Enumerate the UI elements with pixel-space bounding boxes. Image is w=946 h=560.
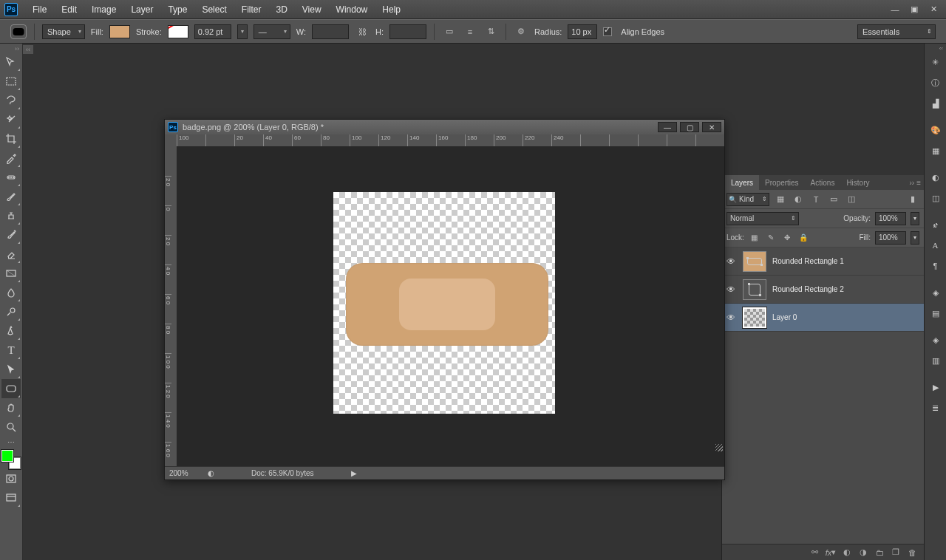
- clone-stamp-tool[interactable]: [1, 206, 21, 225]
- 3d-icon[interactable]: ◈: [927, 284, 945, 301]
- link-layers-icon[interactable]: ⚯: [809, 547, 820, 559]
- styles-icon[interactable]: ◫: [927, 189, 945, 207]
- layers-icon[interactable]: ◈: [927, 331, 945, 349]
- filter-kind-dropdown[interactable]: Kind: [726, 193, 769, 206]
- foreground-color-swatch[interactable]: [1, 450, 13, 462]
- window-minimize-icon[interactable]: —: [887, 4, 903, 15]
- filter-smart-icon[interactable]: ◫: [845, 193, 858, 206]
- eraser-tool[interactable]: [1, 245, 21, 264]
- quick-mask-icon[interactable]: [1, 469, 21, 488]
- fill-swatch[interactable]: [109, 25, 130, 38]
- menu-select[interactable]: Select: [194, 0, 234, 19]
- layer-fx-icon[interactable]: fx▾: [825, 547, 837, 559]
- opacity-dropdown[interactable]: ▾: [911, 212, 919, 225]
- document-titlebar[interactable]: Ps badge.png @ 200% (Layer 0, RGB/8) * —…: [165, 120, 724, 134]
- lock-transparency-icon[interactable]: ▦: [749, 232, 760, 244]
- move-tool[interactable]: [1, 52, 21, 72]
- panel-collapse-icon[interactable]: ››: [909, 179, 914, 187]
- visibility-eye-icon[interactable]: 👁: [726, 256, 737, 267]
- histogram-icon[interactable]: ▟: [927, 95, 945, 112]
- collapse-tab-icon[interactable]: ‹‹: [23, 45, 33, 54]
- status-arrow-icon[interactable]: ▶: [351, 469, 357, 477]
- stroke-width-dropdown[interactable]: [237, 24, 248, 39]
- dodge-tool[interactable]: [1, 302, 21, 321]
- link-dimensions-icon[interactable]: ⛓: [355, 24, 370, 39]
- status-menu-icon[interactable]: ◐: [208, 469, 214, 477]
- menu-layer[interactable]: Layer: [123, 0, 160, 19]
- color-picker[interactable]: [1, 450, 21, 469]
- lasso-tool[interactable]: [1, 91, 21, 110]
- ruler-horizontal[interactable]: 10020406080100120140160180200220240: [177, 134, 724, 146]
- filter-adjust-icon[interactable]: ◐: [792, 193, 805, 206]
- lock-position-icon[interactable]: ✥: [781, 232, 793, 244]
- window-restore-icon[interactable]: ▣: [906, 4, 922, 15]
- filter-toggle-icon[interactable]: ▮: [906, 193, 919, 206]
- screen-mode-icon[interactable]: [1, 488, 21, 508]
- width-input[interactable]: [312, 24, 349, 39]
- layer-row[interactable]: 👁 Layer 0: [722, 304, 924, 332]
- lock-pixels-icon[interactable]: ✎: [765, 232, 777, 244]
- visibility-eye-icon[interactable]: 👁: [726, 284, 737, 295]
- history-brush-tool[interactable]: [1, 225, 21, 245]
- filter-type-icon[interactable]: T: [809, 193, 823, 206]
- new-layer-icon[interactable]: ❐: [890, 547, 902, 559]
- filter-shape-icon[interactable]: ▭: [827, 193, 840, 206]
- menu-filter[interactable]: Filter: [234, 0, 269, 19]
- blend-mode-dropdown[interactable]: Normal: [726, 212, 799, 225]
- paragraph-icon[interactable]: ¶: [927, 257, 945, 275]
- document-body[interactable]: 10020406080100120140160180200220240 2 00…: [165, 134, 724, 466]
- gear-icon[interactable]: ⚙: [514, 24, 528, 39]
- layer-name[interactable]: Layer 0: [772, 313, 797, 321]
- menu-file[interactable]: File: [25, 0, 54, 19]
- delete-layer-icon[interactable]: 🗑: [906, 547, 918, 559]
- tool-mode-dropdown[interactable]: Shape: [42, 24, 85, 39]
- tab-history[interactable]: History: [840, 175, 875, 190]
- rounded-rectangle-tool[interactable]: [1, 379, 21, 398]
- opacity-input[interactable]: 100%: [875, 212, 906, 225]
- fill-dropdown[interactable]: ▾: [911, 231, 919, 245]
- fill-input[interactable]: 100%: [875, 231, 906, 245]
- menu-edit[interactable]: Edit: [54, 0, 84, 19]
- swatches-icon[interactable]: ▦: [927, 142, 945, 160]
- tab-layers[interactable]: Layers: [725, 175, 759, 190]
- magic-wand-tool[interactable]: [1, 110, 21, 129]
- ruler-vertical[interactable]: 2 002 04 06 08 01 0 01 2 01 4 01 6 0: [165, 146, 177, 466]
- path-operations-icon[interactable]: ▭: [442, 24, 457, 39]
- adjustment-layer-icon[interactable]: ◑: [857, 547, 869, 559]
- zoom-level[interactable]: 200%: [169, 469, 203, 477]
- new-group-icon[interactable]: 🗀: [874, 547, 885, 559]
- workspace-dropdown[interactable]: Essentials: [857, 24, 936, 39]
- path-align-icon[interactable]: ≡: [463, 24, 477, 39]
- menu-image[interactable]: Image: [84, 0, 123, 19]
- stroke-swatch[interactable]: [168, 25, 188, 38]
- eyedropper-tool[interactable]: [1, 148, 21, 168]
- active-tool-preset[interactable]: [10, 24, 27, 39]
- measurement-icon[interactable]: ≣: [927, 399, 945, 417]
- shape-rounded-rectangle-2[interactable]: [399, 279, 495, 330]
- brush-presets-icon[interactable]: ⸙: [927, 216, 945, 233]
- layer-row[interactable]: 👁 Rounded Rectangle 2: [722, 276, 924, 304]
- blur-tool[interactable]: [1, 283, 21, 302]
- height-input[interactable]: [389, 24, 426, 39]
- brush-tool[interactable]: [1, 187, 21, 206]
- visibility-eye-icon[interactable]: 👁: [726, 313, 737, 323]
- gradient-tool[interactable]: [1, 264, 21, 283]
- resize-grip-icon[interactable]: [715, 444, 723, 451]
- menu-view[interactable]: View: [295, 0, 329, 19]
- menu-3d[interactable]: 3D: [268, 0, 294, 19]
- adjustments-icon[interactable]: ◐: [927, 168, 945, 186]
- info-icon[interactable]: ⓘ: [927, 74, 945, 92]
- zoom-tool[interactable]: [1, 417, 21, 437]
- layer-thumbnail[interactable]: [743, 279, 766, 300]
- lock-all-icon[interactable]: 🔒: [797, 232, 809, 244]
- strip-collapse-icon[interactable]: ‹‹: [925, 45, 946, 51]
- type-tool[interactable]: T: [1, 341, 21, 360]
- healing-brush-tool[interactable]: [1, 168, 21, 187]
- doc-close-icon[interactable]: ✕: [702, 122, 721, 132]
- menu-help[interactable]: Help: [375, 0, 408, 19]
- layer-mask-icon[interactable]: ◐: [841, 547, 853, 559]
- marquee-tool[interactable]: [1, 72, 21, 91]
- channels-icon[interactable]: ▥: [927, 352, 945, 369]
- filter-pixel-icon[interactable]: ▦: [774, 193, 787, 206]
- path-arrange-icon[interactable]: ⇅: [483, 24, 498, 39]
